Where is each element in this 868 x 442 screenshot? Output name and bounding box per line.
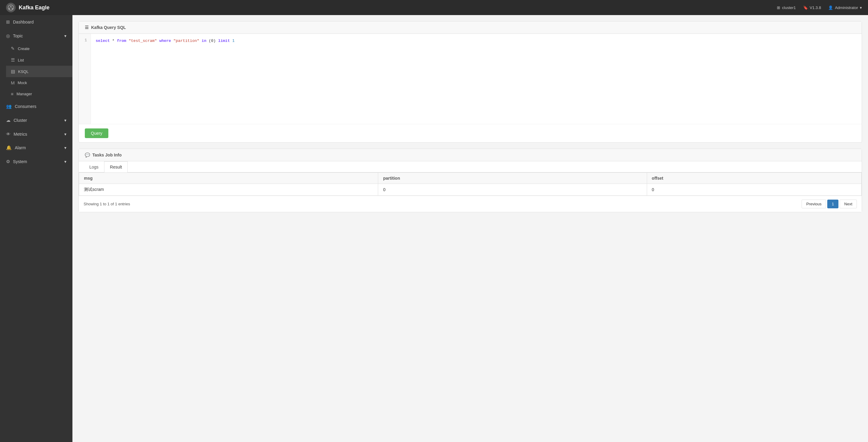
sidebar-item-system[interactable]: ⚙ System ▾ (0, 155, 72, 169)
svg-point-1 (10, 6, 11, 7)
list-icon: ☰ (11, 57, 15, 63)
sql-column: "partition" (171, 39, 202, 43)
prev-button[interactable]: Previous (802, 200, 826, 208)
sidebar-label-topic: Topic (13, 33, 23, 38)
table-header-row: msg partition offset (79, 173, 862, 184)
ksql-header-title: Kafka Query SQL (91, 25, 126, 30)
ksql-card: ☰ Kafka Query SQL 1 select * from "test_… (79, 21, 862, 143)
sidebar-label-metrics: Metrics (13, 132, 27, 137)
version-info: 🔖 V1.3.8 (803, 5, 821, 10)
svg-point-2 (9, 8, 10, 9)
sidebar-label-create: Create (18, 46, 30, 51)
sql-star: * (110, 39, 117, 43)
tasks-card-header: 💬 Tasks Job Info (79, 149, 862, 161)
metrics-arrow-icon: ▾ (64, 132, 66, 137)
sql-select: select (96, 39, 110, 43)
sidebar-label-mock: Mock (18, 80, 27, 85)
topic-submenu: ✎ Create ☰ List ▤ KSQL M Mock ≡ Manager (0, 43, 72, 100)
mock-icon: M (11, 80, 15, 85)
alarm-icon: 🔔 (6, 145, 12, 150)
svg-point-3 (12, 8, 13, 9)
sidebar-item-alarm[interactable]: 🔔 Alarm ▾ (0, 141, 72, 155)
line-1: 1 (85, 38, 87, 42)
tab-bar: Logs Result (79, 161, 862, 172)
page-1-button[interactable]: 1 (827, 200, 838, 208)
sidebar-label-manager: Manager (17, 92, 32, 96)
sidebar-item-dashboard[interactable]: ⊞ Dashboard (0, 15, 72, 29)
user-info[interactable]: 👤 Administrator ▾ (828, 5, 862, 10)
manager-icon: ≡ (11, 91, 13, 97)
query-btn-row: Query (79, 124, 862, 142)
metrics-icon: 👁 (6, 131, 10, 137)
result-tbody: 测试scram00 (79, 184, 862, 196)
system-arrow-icon: ▾ (64, 159, 66, 164)
sidebar-item-manager[interactable]: ≡ Manager (6, 88, 72, 100)
sql-in: in (202, 39, 207, 43)
topic-arrow-icon: ▾ (64, 33, 66, 38)
cluster-name: cluster1 (782, 5, 796, 10)
sidebar-label-list: List (18, 58, 24, 62)
tasks-header-icon: 💬 (85, 152, 90, 158)
sidebar-item-cluster[interactable]: ☁ Cluster ▾ (0, 113, 72, 127)
sidebar-label-dashboard: Dashboard (13, 20, 34, 25)
alarm-arrow-icon: ▾ (64, 145, 66, 150)
ksql-card-header: ☰ Kafka Query SQL (79, 22, 862, 34)
sql-limit-value: 1 (230, 39, 235, 43)
sidebar-label-cluster: Cluster (13, 118, 27, 123)
svg-line-5 (11, 7, 12, 8)
cell-offset: 0 (647, 184, 861, 196)
sidebar-item-metrics[interactable]: 👁 Metrics ▾ (0, 127, 72, 141)
next-button[interactable]: Next (840, 200, 857, 208)
sql-editor[interactable]: 1 select * from "test_scram" where "part… (79, 34, 862, 124)
logo-icon (6, 3, 16, 12)
svg-line-4 (9, 7, 11, 8)
tasks-card: 💬 Tasks Job Info Logs Result msg partiti… (79, 149, 862, 212)
sidebar-label-ksql: KSQL (18, 69, 29, 74)
sidebar-item-ksql[interactable]: ▤ KSQL (6, 66, 72, 77)
col-partition: partition (378, 173, 647, 184)
sidebar-label-consumers: Consumers (15, 104, 36, 109)
cluster-arrow-icon: ▾ (64, 118, 66, 123)
tasks-header-title: Tasks Job Info (92, 152, 122, 158)
sql-table: "test_scram" (126, 39, 159, 43)
sql-code[interactable]: select * from "test_scram" where "partit… (91, 34, 862, 124)
query-button[interactable]: Query (85, 129, 108, 138)
cluster-info: ⊞ cluster1 (777, 5, 796, 10)
cluster-icon: ⊞ (777, 5, 780, 10)
sidebar-item-create[interactable]: ✎ Create (6, 43, 72, 54)
tab-result[interactable]: Result (104, 161, 128, 172)
user-label: Administrator (835, 5, 858, 10)
ksql-header-icon: ☰ (85, 25, 89, 30)
svg-point-0 (8, 5, 13, 10)
result-table: msg partition offset 测试scram00 (79, 172, 862, 196)
app-title: Kafka Eagle (19, 4, 50, 11)
tab-result-label: Result (110, 165, 122, 169)
col-msg: msg (79, 173, 378, 184)
sidebar-item-consumers[interactable]: 👥 Consumers (0, 100, 72, 113)
sql-where: where (159, 39, 171, 43)
tab-logs[interactable]: Logs (84, 161, 104, 172)
sql-from: from (117, 39, 126, 43)
col-offset: offset (647, 173, 861, 184)
create-icon: ✎ (11, 46, 15, 51)
cell-msg: 测试scram (79, 184, 378, 196)
version-label: V1.3.8 (810, 5, 821, 10)
system-icon: ⚙ (6, 159, 10, 164)
cluster-nav-icon: ☁ (6, 117, 10, 123)
consumers-icon: 👥 (6, 104, 12, 109)
user-icon: 👤 (828, 5, 833, 10)
sidebar: ⊞ Dashboard ◎ Topic ▾ ✎ Create ☰ List ▤ … (0, 15, 72, 442)
tab-logs-label: Logs (89, 165, 98, 169)
brand: Kafka Eagle (6, 3, 50, 12)
sidebar-item-list[interactable]: ☰ List (6, 54, 72, 66)
sql-limit: limit (218, 39, 230, 43)
navbar: Kafka Eagle ⊞ cluster1 🔖 V1.3.8 👤 Admini… (0, 0, 868, 15)
sidebar-item-mock[interactable]: M Mock (6, 77, 72, 88)
table-row: 测试scram00 (79, 184, 862, 196)
sidebar-item-topic[interactable]: ◎ Topic ▾ (0, 29, 72, 43)
result-table-container: msg partition offset 测试scram00 (79, 172, 862, 196)
pagination-info: Showing 1 to 1 of 1 entries (84, 202, 130, 206)
navbar-right: ⊞ cluster1 🔖 V1.3.8 👤 Administrator ▾ (777, 5, 862, 10)
pagination-controls: Previous 1 Next (802, 200, 857, 208)
ksql-icon: ▤ (11, 69, 15, 74)
